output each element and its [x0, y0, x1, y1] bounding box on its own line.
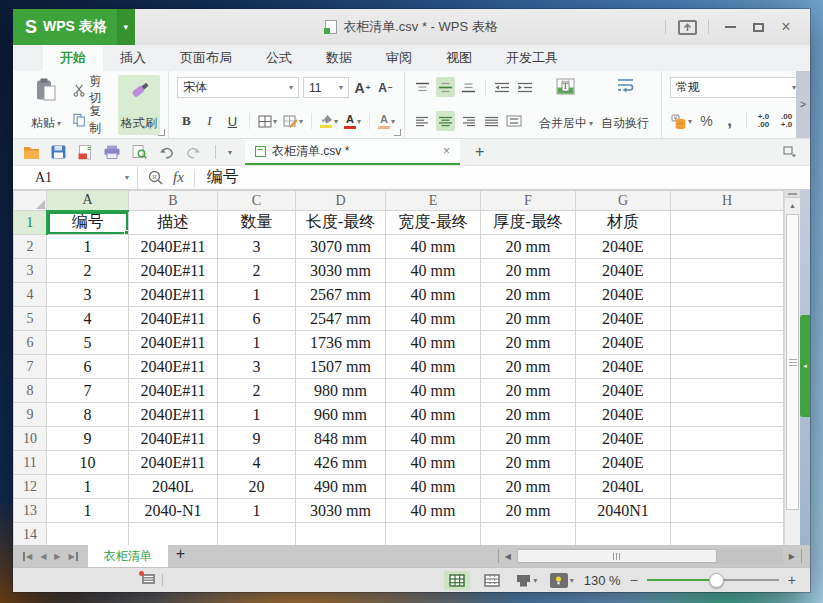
- cell-D5[interactable]: 2547 mm: [296, 307, 386, 331]
- column-header-A[interactable]: A: [47, 191, 129, 211]
- cell-E1[interactable]: 宽度-最终: [386, 211, 481, 235]
- zoom-slider[interactable]: [647, 573, 779, 588]
- font-color-button[interactable]: A ▾: [343, 111, 362, 131]
- cell-A9[interactable]: 8: [47, 403, 129, 427]
- cell-G14[interactable]: [576, 523, 671, 546]
- cell-E8[interactable]: 40 mm: [386, 379, 481, 403]
- cell-A11[interactable]: 10: [47, 451, 129, 475]
- next-sheet-button[interactable]: ▶: [54, 552, 60, 561]
- clipboard-dialog-launcher[interactable]: [158, 129, 165, 136]
- cell-H7[interactable]: [671, 355, 784, 379]
- previous-sheet-button[interactable]: ◀: [40, 552, 46, 561]
- cut-button[interactable]: 剪切: [71, 80, 114, 100]
- minimize-button[interactable]: [718, 18, 742, 36]
- cell-B3[interactable]: 2040E#11: [129, 259, 218, 283]
- cell-A13[interactable]: 1: [47, 499, 129, 523]
- cell-F10[interactable]: 20 mm: [481, 427, 576, 451]
- cell-H5[interactable]: [671, 307, 784, 331]
- cell-F6[interactable]: 20 mm: [481, 331, 576, 355]
- cell-C2[interactable]: 3: [218, 235, 296, 259]
- cell-E9[interactable]: 40 mm: [386, 403, 481, 427]
- vertical-scrollbar[interactable]: ▲: [784, 190, 800, 545]
- cell-B5[interactable]: 2040E#11: [129, 307, 218, 331]
- vertical-scroll-thumb[interactable]: [786, 214, 799, 510]
- add-sheet-button[interactable]: +: [168, 545, 193, 567]
- horizontal-scroll-thumb[interactable]: [517, 549, 717, 563]
- column-header-F[interactable]: F: [481, 191, 576, 211]
- cell-C3[interactable]: 2: [218, 259, 296, 283]
- split-handle[interactable]: [785, 190, 800, 198]
- cell-B4[interactable]: 2040E#11: [129, 283, 218, 307]
- cell-C13[interactable]: 1: [218, 499, 296, 523]
- export-pdf-button[interactable]: [75, 141, 95, 163]
- cell-A14[interactable]: [47, 523, 129, 546]
- cell-E6[interactable]: 40 mm: [386, 331, 481, 355]
- draw-border-button[interactable]: ▾: [282, 111, 304, 131]
- cell-H13[interactable]: [671, 499, 784, 523]
- tab-home[interactable]: 开始: [43, 45, 103, 71]
- last-sheet-button[interactable]: ▶: [68, 552, 77, 561]
- print-button[interactable]: [102, 141, 122, 163]
- tab-review[interactable]: 审阅: [369, 45, 429, 71]
- cell-G2[interactable]: 2040E: [576, 235, 671, 259]
- paste-button[interactable]: 粘贴▾: [25, 75, 67, 135]
- tab-close-icon[interactable]: ×: [443, 144, 450, 158]
- horizontal-scrollbar[interactable]: [517, 549, 783, 564]
- cell-G11[interactable]: 2040E: [576, 451, 671, 475]
- task-pane-toggle[interactable]: ◂: [800, 315, 810, 417]
- cell-C10[interactable]: 9: [218, 427, 296, 451]
- cell-H4[interactable]: [671, 283, 784, 307]
- row-header-13[interactable]: 13: [14, 499, 47, 523]
- normal-view-button[interactable]: [444, 571, 470, 590]
- formula-content[interactable]: 编号: [195, 167, 239, 188]
- cell-B8[interactable]: 2040E#11: [129, 379, 218, 403]
- cell-F2[interactable]: 20 mm: [481, 235, 576, 259]
- cell-C12[interactable]: 20: [218, 475, 296, 499]
- row-header-6[interactable]: 6: [14, 331, 47, 355]
- row-header-2[interactable]: 2: [14, 235, 47, 259]
- cell-H14[interactable]: [671, 523, 784, 546]
- cell-B10[interactable]: 2040E#11: [129, 427, 218, 451]
- align-center-button[interactable]: [436, 111, 455, 131]
- cell-G10[interactable]: 2040E: [576, 427, 671, 451]
- cell-G6[interactable]: 2040E: [576, 331, 671, 355]
- cell-A8[interactable]: 7: [47, 379, 129, 403]
- open-file-button[interactable]: [21, 141, 41, 163]
- cell-G9[interactable]: 2040E: [576, 403, 671, 427]
- align-top-button[interactable]: [413, 77, 432, 97]
- cell-G4[interactable]: 2040E: [576, 283, 671, 307]
- cell-F14[interactable]: [481, 523, 576, 546]
- cell-F12[interactable]: 20 mm: [481, 475, 576, 499]
- tab-insert[interactable]: 插入: [103, 45, 163, 71]
- cell-H6[interactable]: [671, 331, 784, 355]
- borders-button[interactable]: ▾: [257, 111, 278, 131]
- cell-D2[interactable]: 3070 mm: [296, 235, 386, 259]
- cell-H10[interactable]: [671, 427, 784, 451]
- column-header-G[interactable]: G: [576, 191, 671, 211]
- cell-F4[interactable]: 20 mm: [481, 283, 576, 307]
- cell-H12[interactable]: [671, 475, 784, 499]
- reading-mode-button[interactable]: ▾: [549, 571, 575, 590]
- zoom-out-button[interactable]: −: [630, 572, 638, 588]
- row-header-14[interactable]: 14: [14, 523, 47, 546]
- column-header-C[interactable]: C: [218, 191, 296, 211]
- row-header-8[interactable]: 8: [14, 379, 47, 403]
- decrease-decimal-button[interactable]: .00 +.0: [777, 111, 796, 131]
- cell-B14[interactable]: [129, 523, 218, 546]
- increase-decimal-button[interactable]: +.0 .00: [754, 111, 773, 131]
- bold-button[interactable]: B: [177, 111, 196, 131]
- cell-E3[interactable]: 40 mm: [386, 259, 481, 283]
- quick-access-caret-icon[interactable]: ▾: [228, 148, 232, 157]
- maximize-button[interactable]: [746, 18, 770, 36]
- cell-D6[interactable]: 1736 mm: [296, 331, 386, 355]
- cell-D12[interactable]: 490 mm: [296, 475, 386, 499]
- cell-F13[interactable]: 20 mm: [481, 499, 576, 523]
- decrease-indent-button[interactable]: [493, 77, 512, 97]
- cell-B2[interactable]: 2040E#11: [129, 235, 218, 259]
- select-all-corner[interactable]: [14, 191, 47, 211]
- shrink-font-button[interactable]: A−: [376, 78, 395, 98]
- cell-D4[interactable]: 2567 mm: [296, 283, 386, 307]
- cell-B9[interactable]: 2040E#11: [129, 403, 218, 427]
- cell-H9[interactable]: [671, 403, 784, 427]
- insert-function-button[interactable]: fx: [173, 169, 184, 186]
